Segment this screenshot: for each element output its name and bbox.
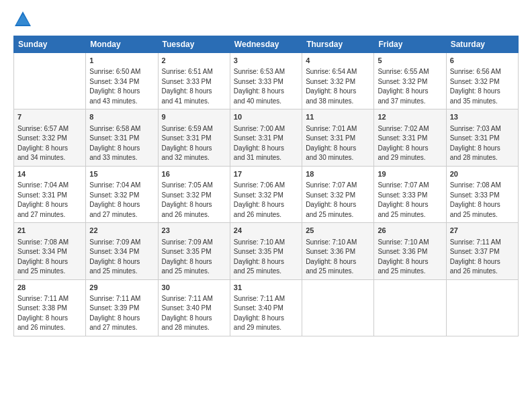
day-info: Sunrise: 7:07 AMSunset: 3:33 PMDaylight:…	[378, 181, 442, 220]
day-cell-1-5: 12Sunrise: 7:02 AMSunset: 3:31 PMDayligh…	[374, 109, 446, 166]
day-cell-0-3: 3Sunrise: 6:53 AMSunset: 3:33 PMDaylight…	[230, 53, 302, 109]
col-header-thursday: Thursday	[302, 36, 374, 53]
day-number: 3	[234, 56, 298, 66]
day-cell-2-6: 20Sunrise: 7:08 AMSunset: 3:33 PMDayligh…	[446, 166, 518, 222]
day-number: 1	[89, 56, 154, 66]
day-number: 27	[450, 226, 515, 236]
day-cell-2-3: 17Sunrise: 7:06 AMSunset: 3:32 PMDayligh…	[230, 166, 302, 222]
header	[13, 10, 519, 29]
day-info: Sunrise: 7:10 AMSunset: 3:35 PMDaylight:…	[234, 238, 298, 277]
logo	[13, 10, 35, 29]
day-number: 26	[378, 226, 442, 236]
col-header-monday: Monday	[86, 36, 158, 53]
day-number: 31	[234, 283, 298, 293]
day-info: Sunrise: 7:03 AMSunset: 3:31 PMDaylight:…	[450, 124, 515, 163]
day-info: Sunrise: 7:11 AMSunset: 3:37 PMDaylight:…	[450, 238, 515, 277]
day-info: Sunrise: 7:08 AMSunset: 3:33 PMDaylight:…	[450, 181, 515, 220]
day-info: Sunrise: 7:10 AMSunset: 3:36 PMDaylight:…	[306, 238, 370, 277]
day-cell-2-2: 16Sunrise: 7:05 AMSunset: 3:32 PMDayligh…	[158, 166, 230, 222]
day-info: Sunrise: 6:58 AMSunset: 3:31 PMDaylight:…	[89, 124, 154, 163]
day-info: Sunrise: 6:57 AMSunset: 3:32 PMDaylight:…	[17, 124, 82, 163]
logo-icon	[13, 10, 32, 29]
day-number: 17	[234, 169, 298, 179]
day-cell-0-5: 5Sunrise: 6:55 AMSunset: 3:32 PMDaylight…	[374, 53, 446, 109]
day-info: Sunrise: 7:09 AMSunset: 3:34 PMDaylight:…	[89, 238, 154, 277]
day-number: 14	[17, 169, 82, 179]
week-row-2: 14Sunrise: 7:04 AMSunset: 3:31 PMDayligh…	[14, 166, 519, 222]
day-cell-4-1: 29Sunrise: 7:11 AMSunset: 3:39 PMDayligh…	[86, 279, 158, 336]
week-row-4: 28Sunrise: 7:11 AMSunset: 3:38 PMDayligh…	[14, 279, 519, 336]
day-info: Sunrise: 6:54 AMSunset: 3:32 PMDaylight:…	[306, 67, 370, 106]
day-number: 7	[17, 112, 82, 122]
day-cell-2-1: 15Sunrise: 7:04 AMSunset: 3:32 PMDayligh…	[86, 166, 158, 222]
day-info: Sunrise: 6:53 AMSunset: 3:33 PMDaylight:…	[234, 67, 298, 106]
day-cell-1-2: 9Sunrise: 6:59 AMSunset: 3:31 PMDaylight…	[158, 109, 230, 166]
day-info: Sunrise: 7:11 AMSunset: 3:40 PMDaylight:…	[234, 294, 298, 333]
day-info: Sunrise: 7:04 AMSunset: 3:32 PMDaylight:…	[89, 181, 154, 220]
day-number: 21	[17, 226, 82, 236]
day-cell-0-6: 6Sunrise: 6:56 AMSunset: 3:32 PMDaylight…	[446, 53, 518, 109]
day-info: Sunrise: 7:02 AMSunset: 3:31 PMDaylight:…	[378, 124, 442, 163]
day-info: Sunrise: 7:00 AMSunset: 3:31 PMDaylight:…	[234, 124, 298, 163]
day-cell-4-0: 28Sunrise: 7:11 AMSunset: 3:38 PMDayligh…	[14, 279, 86, 336]
day-info: Sunrise: 7:09 AMSunset: 3:35 PMDaylight:…	[162, 238, 226, 277]
day-info: Sunrise: 6:59 AMSunset: 3:31 PMDaylight:…	[162, 124, 226, 163]
page-container: SundayMondayTuesdayWednesdayThursdayFrid…	[0, 0, 532, 343]
week-row-3: 21Sunrise: 7:08 AMSunset: 3:34 PMDayligh…	[14, 223, 519, 279]
day-number: 28	[17, 283, 82, 293]
day-number: 30	[162, 283, 226, 293]
day-cell-3-2: 23Sunrise: 7:09 AMSunset: 3:35 PMDayligh…	[158, 223, 230, 279]
day-number: 16	[162, 169, 226, 179]
col-header-saturday: Saturday	[446, 36, 518, 53]
day-number: 24	[234, 226, 298, 236]
day-info: Sunrise: 7:11 AMSunset: 3:40 PMDaylight:…	[162, 294, 226, 333]
day-number: 19	[378, 169, 442, 179]
day-cell-3-6: 27Sunrise: 7:11 AMSunset: 3:37 PMDayligh…	[446, 223, 518, 279]
col-header-tuesday: Tuesday	[158, 36, 230, 53]
day-number: 9	[162, 112, 226, 122]
day-number: 20	[450, 169, 515, 179]
day-cell-0-0	[14, 53, 86, 109]
col-header-wednesday: Wednesday	[230, 36, 302, 53]
day-number: 2	[162, 56, 226, 66]
day-cell-1-0: 7Sunrise: 6:57 AMSunset: 3:32 PMDaylight…	[14, 109, 86, 166]
day-number: 8	[89, 112, 154, 122]
col-header-sunday: Sunday	[14, 36, 86, 53]
week-row-0: 1Sunrise: 6:50 AMSunset: 3:34 PMDaylight…	[14, 53, 519, 109]
day-number: 12	[378, 112, 442, 122]
day-number: 11	[306, 112, 370, 122]
day-cell-4-5	[374, 279, 446, 336]
day-number: 10	[234, 112, 298, 122]
svg-marker-1	[16, 14, 30, 25]
day-cell-0-4: 4Sunrise: 6:54 AMSunset: 3:32 PMDaylight…	[302, 53, 374, 109]
day-info: Sunrise: 7:11 AMSunset: 3:38 PMDaylight:…	[17, 294, 82, 333]
day-cell-2-4: 18Sunrise: 7:07 AMSunset: 3:32 PMDayligh…	[302, 166, 374, 222]
day-cell-1-1: 8Sunrise: 6:58 AMSunset: 3:31 PMDaylight…	[86, 109, 158, 166]
day-number: 15	[89, 169, 154, 179]
day-cell-0-1: 1Sunrise: 6:50 AMSunset: 3:34 PMDaylight…	[86, 53, 158, 109]
day-number: 5	[378, 56, 442, 66]
day-info: Sunrise: 7:01 AMSunset: 3:31 PMDaylight:…	[306, 124, 370, 163]
day-cell-4-4	[302, 279, 374, 336]
day-number: 22	[89, 226, 154, 236]
day-cell-3-1: 22Sunrise: 7:09 AMSunset: 3:34 PMDayligh…	[86, 223, 158, 279]
day-info: Sunrise: 7:05 AMSunset: 3:32 PMDaylight:…	[162, 181, 226, 220]
col-header-friday: Friday	[374, 36, 446, 53]
day-info: Sunrise: 7:06 AMSunset: 3:32 PMDaylight:…	[234, 181, 298, 220]
day-cell-1-3: 10Sunrise: 7:00 AMSunset: 3:31 PMDayligh…	[230, 109, 302, 166]
day-cell-2-5: 19Sunrise: 7:07 AMSunset: 3:33 PMDayligh…	[374, 166, 446, 222]
day-cell-4-3: 31Sunrise: 7:11 AMSunset: 3:40 PMDayligh…	[230, 279, 302, 336]
day-cell-3-5: 26Sunrise: 7:10 AMSunset: 3:36 PMDayligh…	[374, 223, 446, 279]
day-info: Sunrise: 6:50 AMSunset: 3:34 PMDaylight:…	[89, 67, 154, 106]
day-cell-4-6	[446, 279, 518, 336]
day-info: Sunrise: 6:55 AMSunset: 3:32 PMDaylight:…	[378, 67, 442, 106]
day-number: 18	[306, 169, 370, 179]
day-info: Sunrise: 7:10 AMSunset: 3:36 PMDaylight:…	[378, 238, 442, 277]
day-number: 23	[162, 226, 226, 236]
day-cell-1-4: 11Sunrise: 7:01 AMSunset: 3:31 PMDayligh…	[302, 109, 374, 166]
day-cell-3-3: 24Sunrise: 7:10 AMSunset: 3:35 PMDayligh…	[230, 223, 302, 279]
day-number: 13	[450, 112, 515, 122]
week-row-1: 7Sunrise: 6:57 AMSunset: 3:32 PMDaylight…	[14, 109, 519, 166]
day-cell-1-6: 13Sunrise: 7:03 AMSunset: 3:31 PMDayligh…	[446, 109, 518, 166]
day-info: Sunrise: 7:04 AMSunset: 3:31 PMDaylight:…	[17, 181, 82, 220]
